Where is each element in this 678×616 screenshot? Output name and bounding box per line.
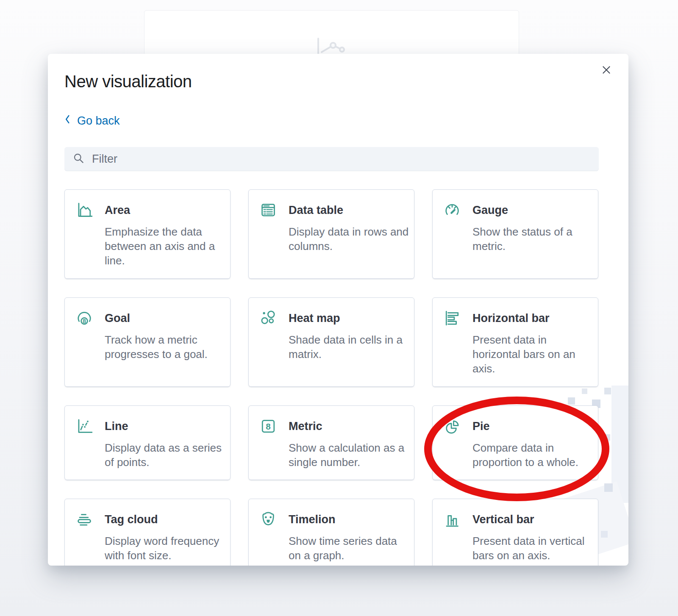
card-title: Heat map bbox=[289, 312, 410, 325]
card-area[interactable]: Area Emphasize the data between an axis … bbox=[64, 189, 231, 279]
card-title: Metric bbox=[289, 420, 410, 433]
card-description: Shade data in cells in a matrix. bbox=[289, 333, 410, 361]
card-pie[interactable]: Pie Compare data in proportion to a whol… bbox=[432, 405, 598, 480]
card-metric[interactable]: 8 Metric Show a calculation as a single … bbox=[248, 405, 414, 480]
card-tag-cloud[interactable]: Tag cloud Display word frequency with fo… bbox=[64, 499, 231, 566]
card-line[interactable]: Line Display data as a series of points. bbox=[64, 405, 231, 480]
card-gauge[interactable]: Gauge Show the status of a metric. bbox=[432, 189, 598, 279]
card-description: Display word frequency with font size. bbox=[105, 534, 226, 563]
card-description: Display data in rows and columns. bbox=[289, 225, 410, 253]
card-title: Pie bbox=[472, 420, 594, 433]
background-watermark bbox=[604, 483, 613, 492]
card-title: Gauge bbox=[472, 204, 594, 217]
line-chart-icon bbox=[75, 417, 94, 436]
go-back-label: Go back bbox=[77, 114, 120, 128]
card-heat-map[interactable]: Heat map Shade data in cells in a matrix… bbox=[248, 297, 414, 387]
card-horizontal-bar[interactable]: Horizontal bar Present data in horizonta… bbox=[432, 297, 598, 387]
close-icon[interactable] bbox=[600, 63, 613, 77]
chevron-left-icon bbox=[64, 114, 71, 128]
horizontal-bar-icon bbox=[443, 309, 461, 327]
page-title: New visualization bbox=[64, 72, 599, 91]
card-title: Tag cloud bbox=[105, 513, 226, 526]
heat-map-icon bbox=[259, 309, 278, 327]
metric-icon: 8 bbox=[259, 417, 278, 436]
background-watermark bbox=[601, 531, 608, 538]
goal-icon: 8 bbox=[75, 309, 94, 327]
svg-text:8: 8 bbox=[83, 318, 86, 325]
background-watermark bbox=[604, 388, 611, 394]
card-description: Show the status of a metric. bbox=[472, 225, 594, 253]
card-description: Show a calculation as a single number. bbox=[289, 441, 410, 469]
card-description: Present data in vertical bars on an axis… bbox=[472, 534, 594, 563]
card-description: Display data as a series of points. bbox=[105, 441, 226, 469]
card-description: Present data in horizontal bars on an ax… bbox=[472, 333, 594, 376]
area-chart-icon bbox=[75, 201, 94, 219]
card-title: Line bbox=[105, 420, 226, 433]
card-title: Horizontal bar bbox=[472, 312, 594, 325]
card-title: Data table bbox=[289, 204, 410, 217]
card-description: Emphasize the data between an axis and a… bbox=[105, 225, 226, 268]
background-watermark bbox=[604, 434, 610, 441]
tag-cloud-icon bbox=[75, 510, 94, 529]
card-description: Compare data in proportion to a whole. bbox=[472, 441, 594, 469]
go-back-link[interactable]: Go back bbox=[64, 114, 120, 128]
gauge-icon bbox=[443, 201, 461, 219]
svg-text:8: 8 bbox=[266, 422, 270, 431]
new-visualization-modal: New visualization Go back bbox=[48, 54, 628, 566]
card-description: Show time series data on a graph. bbox=[289, 534, 410, 563]
pie-chart-icon bbox=[443, 417, 461, 436]
card-vertical-bar[interactable]: Vertical bar Present data in vertical ba… bbox=[432, 499, 598, 566]
card-title: Timelion bbox=[289, 513, 410, 526]
filter-input[interactable] bbox=[91, 152, 590, 166]
vertical-bar-icon bbox=[443, 510, 461, 529]
visualization-type-grid: Area Emphasize the data between an axis … bbox=[64, 189, 599, 566]
card-data-table[interactable]: Data table Display data in rows and colu… bbox=[248, 189, 414, 279]
filter-searchbar bbox=[64, 147, 599, 171]
search-icon bbox=[73, 153, 84, 166]
data-table-icon bbox=[259, 201, 278, 219]
card-title: Vertical bar bbox=[472, 513, 594, 526]
card-title: Goal bbox=[105, 312, 226, 325]
card-description: Track how a metric progresses to a goal. bbox=[105, 333, 226, 361]
card-goal[interactable]: 8 Goal Track how a metric progresses to … bbox=[64, 297, 231, 387]
timelion-icon bbox=[259, 510, 278, 529]
card-timelion[interactable]: Timelion Show time series data on a grap… bbox=[248, 499, 414, 566]
card-title: Area bbox=[105, 204, 226, 217]
